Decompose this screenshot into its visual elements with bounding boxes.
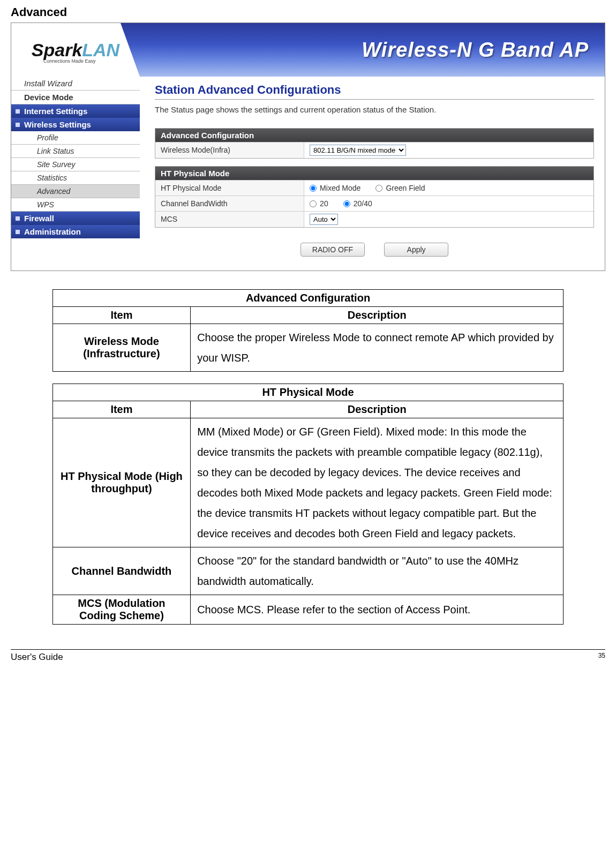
nav-link-status[interactable]: Link Status — [11, 145, 140, 158]
t2-col2: Description — [191, 401, 564, 418]
panel-head-advanced: Advanced Configuration — [155, 129, 594, 142]
t1-col1: Item — [52, 307, 190, 324]
logo-text: SparkLAN — [32, 40, 119, 61]
t2-title: HT Physical Mode — [52, 384, 564, 401]
logo-main: Spark — [32, 40, 82, 60]
button-row: RADIO OFF Apply — [155, 235, 594, 260]
t2-col1: Item — [52, 401, 190, 418]
nav-wireless-settings[interactable]: Wireless Settings — [11, 118, 140, 131]
screenshot-container: SparkLAN Connections Made Easy Wireless-… — [11, 22, 605, 271]
nav-install-wizard[interactable]: Install Wizard — [11, 77, 140, 91]
t2-r1-item: Channel Bandwidth — [52, 547, 190, 595]
panel-ht-physical: HT Physical Mode HT Physical Mode Mixed … — [155, 166, 594, 228]
banner: SparkLAN Connections Made Easy Wireless-… — [11, 23, 605, 77]
logo-suffix: LAN — [82, 40, 119, 60]
radio-off-button[interactable]: RADIO OFF — [301, 243, 365, 257]
t1-title: Advanced Configuration — [52, 290, 564, 307]
row-ht-mode: HT Physical Mode Mixed Mode Green Field — [155, 180, 594, 196]
footer: User's Guide 35 — [11, 649, 605, 663]
row-wireless-mode: Wireless Mode(Infra) 802.11 B/G/N mixed … — [155, 142, 594, 158]
t2-r1-desc: Choose "20" for the standard bandwidth o… — [191, 547, 564, 595]
main-desc: The Status page shows the settings and c… — [155, 105, 594, 114]
footer-left: User's Guide — [11, 652, 63, 663]
label-mcs: MCS — [155, 212, 304, 227]
t1-r0-desc: Choose the proper Wireless Mode to conne… — [191, 324, 564, 372]
nav-statistics[interactable]: Statistics — [11, 171, 140, 185]
nav-profile[interactable]: Profile — [11, 131, 140, 145]
shot-body: Install Wizard Device Mode Internet Sett… — [11, 77, 605, 271]
row-channel-bw: Channel BandWidth 20 20/40 — [155, 196, 594, 211]
radio-bw-20-input[interactable] — [310, 200, 317, 207]
label-channel-bw: Channel BandWidth — [155, 196, 304, 211]
radio-bw-2040-input[interactable] — [343, 200, 350, 207]
radio-bw-20-label: 20 — [320, 199, 328, 208]
radio-bw-2040-label: 20/40 — [354, 199, 372, 208]
table-row: MCS (Modulation Coding Scheme) Choose MC… — [52, 595, 564, 625]
radio-green-field-input[interactable] — [375, 185, 382, 192]
main-content: Station Advanced Configurations The Stat… — [140, 77, 605, 271]
t1-col2: Description — [191, 307, 564, 324]
row-mcs: MCS Auto — [155, 211, 594, 227]
select-mcs[interactable]: Auto — [310, 214, 338, 225]
radio-mixed-mode-label: Mixed Mode — [320, 184, 360, 192]
radio-bw-2040[interactable]: 20/40 — [343, 199, 372, 208]
apply-button[interactable]: Apply — [384, 243, 448, 257]
banner-title: Wireless-N G Band AP — [140, 39, 605, 62]
select-wireless-mode[interactable]: 802.11 B/G/N mixed mode — [310, 145, 406, 156]
radio-mixed-mode[interactable]: Mixed Mode — [310, 184, 360, 192]
nav-device-mode[interactable]: Device Mode — [11, 91, 140, 104]
page-heading: Advanced — [11, 5, 605, 19]
t2-r0-desc: MM (Mixed Mode) or GF (Green Field). Mix… — [191, 418, 564, 547]
radio-bw-20[interactable]: 20 — [310, 199, 328, 208]
radio-green-field-label: Green Field — [386, 184, 425, 192]
t2-r0-item: HT Physical Mode (High throughput) — [52, 418, 190, 547]
t2-r2-desc: Choose MCS. Please refer to the section … — [191, 595, 564, 625]
sidebar-nav: Install Wizard Device Mode Internet Sett… — [11, 77, 140, 271]
logo-tagline: Connections Made Easy — [43, 58, 96, 64]
table-row: HT Physical Mode (High throughput) MM (M… — [52, 418, 564, 547]
radio-green-field[interactable]: Green Field — [375, 184, 425, 192]
panel-advanced-config: Advanced Configuration Wireless Mode(Inf… — [155, 128, 594, 159]
main-title: Station Advanced Configurations — [155, 83, 594, 100]
nav-wps[interactable]: WPS — [11, 198, 140, 212]
radio-mixed-mode-input[interactable] — [310, 185, 317, 192]
nav-site-survey[interactable]: Site Survey — [11, 158, 140, 171]
t2-r2-item: MCS (Modulation Coding Scheme) — [52, 595, 190, 625]
label-wireless-mode: Wireless Mode(Infra) — [155, 142, 304, 158]
label-ht-mode: HT Physical Mode — [155, 181, 304, 196]
nav-administration[interactable]: Administration — [11, 225, 140, 238]
table-row: Channel Bandwidth Choose "20" for the st… — [52, 547, 564, 595]
panel-head-ht: HT Physical Mode — [155, 167, 594, 180]
nav-firewall[interactable]: Firewall — [11, 212, 140, 225]
logo-box: SparkLAN Connections Made Easy — [11, 23, 140, 77]
footer-page-number: 35 — [598, 652, 605, 663]
table-row: Wireless Mode (Infrastructure) Choose th… — [52, 324, 564, 372]
table-advanced-config: Advanced Configuration Item Description … — [52, 289, 564, 372]
t1-r0-item: Wireless Mode (Infrastructure) — [52, 324, 190, 372]
nav-internet-settings[interactable]: Internet Settings — [11, 104, 140, 118]
nav-advanced[interactable]: Advanced — [11, 185, 140, 198]
table-ht-physical: HT Physical Mode Item Description HT Phy… — [52, 384, 564, 625]
